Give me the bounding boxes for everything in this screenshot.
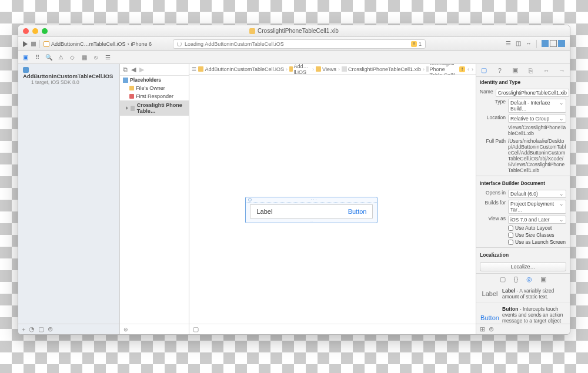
add-button[interactable]: + xyxy=(22,326,25,333)
identity-inspector-tab[interactable]: ▣ xyxy=(511,66,519,74)
issue-navigator-tab[interactable]: ⚠ xyxy=(57,54,64,61)
xib-icon xyxy=(342,66,347,72)
localize-button[interactable]: Localize… xyxy=(480,262,566,271)
project-icon xyxy=(23,67,29,73)
object-library-tab[interactable]: ◎ xyxy=(526,275,532,283)
forward-button[interactable]: ▶ xyxy=(139,66,144,73)
outline-header: ⧉ ◀ ▶ xyxy=(120,64,189,76)
toggle-utilities-button[interactable] xyxy=(558,40,565,47)
chevron-right-icon: › xyxy=(128,41,129,47)
location-path: Views/CrosslightiPhoneTableCell1.xib xyxy=(508,125,566,136)
find-navigator-tab[interactable]: 🔍 xyxy=(45,54,52,61)
symbol-navigator-tab[interactable]: ⠿ xyxy=(34,54,41,61)
builds-for-select[interactable]: Project Deployment Tar… xyxy=(508,200,566,214)
table-cell-item[interactable]: Crosslighti Phone Table… xyxy=(120,100,189,116)
close-icon[interactable] xyxy=(23,28,29,34)
chevron-right-icon[interactable]: › xyxy=(472,66,473,72)
toggle-debug-button[interactable] xyxy=(550,40,557,47)
location-select[interactable]: Relative to Group xyxy=(508,115,566,123)
scheme-device: iPhone 6 xyxy=(131,41,152,47)
debug-navigator-tab[interactable]: ▦ xyxy=(81,54,88,61)
run-button[interactable] xyxy=(23,41,28,47)
view-icon xyxy=(131,106,135,111)
project-item[interactable]: AddButtoninCustomTableCell.iOS 1 target,… xyxy=(18,64,119,88)
first-responder-icon xyxy=(129,94,134,99)
table-cell-view[interactable]: ··· Label Button ··· xyxy=(245,197,377,223)
back-button[interactable]: ◀ xyxy=(131,66,136,73)
stop-button[interactable] xyxy=(31,42,36,46)
related-items-icon[interactable]: ☰ xyxy=(192,66,196,72)
cube-icon xyxy=(123,78,128,83)
view-icon xyxy=(426,66,429,72)
scheme-selector[interactable]: AddButtoninC…mTableCell.iOS › iPhone 6 xyxy=(44,41,152,47)
related-items-icon[interactable]: ⧉ xyxy=(123,66,128,73)
folder-icon xyxy=(289,66,293,72)
minimize-icon[interactable] xyxy=(32,28,38,34)
first-responder-item[interactable]: First Responder xyxy=(120,92,189,100)
editor-version-button[interactable]: ↔ xyxy=(526,40,532,48)
opens-in-select[interactable]: Default (6.0) xyxy=(508,190,566,198)
files-owner-item[interactable]: File's Owner xyxy=(120,84,189,92)
size-classes-checkbox[interactable] xyxy=(508,233,513,238)
filter-scm-icon[interactable]: ▢ xyxy=(38,325,44,333)
name-field[interactable]: CrosslightiPhoneTableCell1.xib xyxy=(496,89,569,97)
library-item-button[interactable]: Button Button - Intercepts touch events … xyxy=(476,303,570,324)
file-inspector-tab[interactable]: ▢ xyxy=(480,66,488,74)
activity-view: Loading AddButtoninCustomTableCell.iOS !… xyxy=(173,39,426,49)
cell-button[interactable]: Button xyxy=(348,208,367,215)
disclosure-triangle-icon[interactable] xyxy=(126,106,128,110)
library-filter-bar: ⊞ ⊜ xyxy=(476,324,570,334)
filter-edited-icon[interactable]: ⊜ xyxy=(48,325,53,333)
test-navigator-tab[interactable]: ◇ xyxy=(69,54,76,61)
ibdoc-section-title: Interface Builder Document xyxy=(476,178,570,189)
project-subtitle: 1 target, iOS SDK 8.0 xyxy=(31,79,115,85)
code-snippet-library-tab[interactable]: {} xyxy=(514,275,518,283)
jump-bar[interactable]: ☰ AddButtoninCustomTableCell.iOS› Add…ll… xyxy=(189,64,476,75)
quick-help-tab[interactable]: ? xyxy=(496,67,504,74)
project-navigator-tab[interactable]: ▣ xyxy=(22,54,29,61)
editor-standard-button[interactable]: ☰ xyxy=(506,40,511,48)
files-owner-icon xyxy=(129,86,134,90)
report-navigator-tab[interactable]: ☰ xyxy=(104,54,111,61)
placeholders-group[interactable]: Placeholders xyxy=(120,76,189,84)
utilities-panel: ▢ ? ▣ ⎘ ↔ → Identity and Type NameCrossl… xyxy=(476,64,570,334)
label-icon: Label xyxy=(481,288,499,300)
spinner-icon xyxy=(177,42,182,46)
media-library-tab[interactable]: ▣ xyxy=(540,275,546,283)
breakpoint-navigator-tab[interactable]: ⎋ xyxy=(92,54,99,61)
folder-icon xyxy=(198,66,203,72)
size-inspector-tab[interactable]: ↔ xyxy=(542,67,550,74)
type-select[interactable]: Default - Interface Build… xyxy=(508,99,566,113)
attributes-inspector-tab[interactable]: ⎘ xyxy=(527,67,535,74)
separator xyxy=(536,40,537,48)
ib-canvas[interactable]: ··· Label Button ··· xyxy=(189,75,476,324)
xcode-window: CrosslightiPhoneTableCell1.xib AddButton… xyxy=(18,25,570,335)
toggle-outline-button[interactable]: ▢ xyxy=(193,325,199,333)
folder-icon xyxy=(316,66,321,72)
library-item-label[interactable]: Label Label - A variably sized amount of… xyxy=(476,285,570,303)
library-tabs: ▢ {} ◎ ▣ xyxy=(476,273,570,285)
project-name: AddButtoninCustomTableCell.iOS xyxy=(23,73,113,79)
file-template-library-tab[interactable]: ▢ xyxy=(500,275,506,283)
editor-assistant-button[interactable]: ◫ xyxy=(516,40,521,48)
localization-section-title: Localization xyxy=(476,250,570,260)
warning-icon[interactable]: ! xyxy=(411,41,417,47)
view-as-select[interactable]: iOS 7.0 and Later xyxy=(508,216,566,224)
chevron-left-icon[interactable]: ‹ xyxy=(467,66,469,72)
toolbar: AddButtoninC…mTableCell.iOS › iPhone 6 L… xyxy=(18,37,570,51)
warning-icon[interactable]: ! xyxy=(459,66,465,72)
grid-view-icon[interactable]: ⊞ xyxy=(480,325,485,333)
auto-layout-checkbox[interactable] xyxy=(508,226,513,231)
launch-screen-checkbox[interactable] xyxy=(508,240,513,245)
filter-recent-icon[interactable]: ◔ xyxy=(29,325,35,333)
cell-label[interactable]: Label xyxy=(256,208,272,215)
inspector-tabs: ▢ ? ▣ ⎘ ↔ → xyxy=(476,64,570,77)
list-view-icon[interactable]: ⊜ xyxy=(489,325,494,333)
connections-inspector-tab[interactable]: → xyxy=(558,67,566,74)
object-library: Label Label - A variably sized amount of… xyxy=(476,285,570,324)
stop-icon xyxy=(31,42,36,46)
zoom-icon[interactable] xyxy=(42,28,48,34)
warning-count: 1 xyxy=(419,41,422,47)
toggle-navigator-button[interactable] xyxy=(542,40,549,47)
filter-icon[interactable]: ⊜ xyxy=(123,327,128,332)
